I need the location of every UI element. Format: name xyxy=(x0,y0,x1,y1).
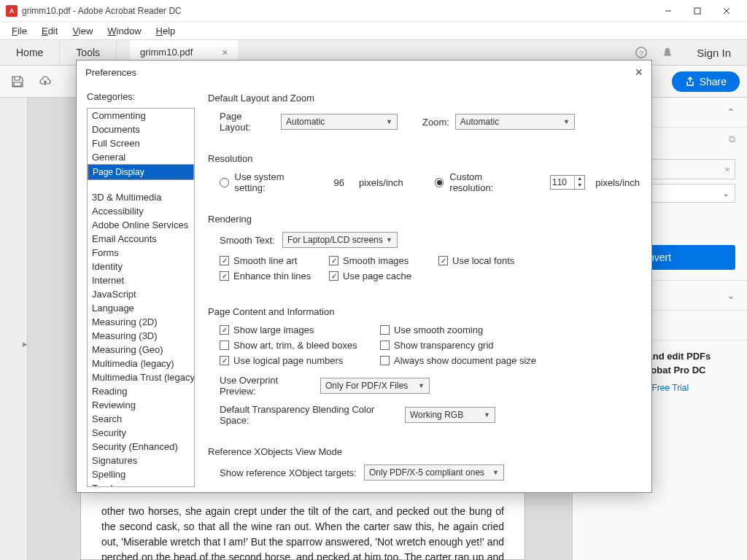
group-content-title: Page Content and Information xyxy=(208,306,640,317)
page-layout-label: Page Layout: xyxy=(220,111,275,133)
page-layout-select[interactable]: Automatic▼ xyxy=(281,114,398,130)
category-item[interactable]: JavaScript xyxy=(88,287,194,301)
use-local-fonts-checkbox[interactable]: ✓ xyxy=(438,256,448,265)
category-item[interactable]: Adobe Online Services xyxy=(88,218,194,232)
smooth-text-select[interactable]: For Laptop/LCD screens▼ xyxy=(282,232,398,248)
dialog-title: Preferences xyxy=(85,67,136,78)
menubar: File Edit View Window Help xyxy=(0,22,747,39)
chevron-down-icon: ▼ xyxy=(492,469,499,476)
chevron-down-icon: ▼ xyxy=(386,118,392,125)
blending-label: Default Transparency Blending Color Spac… xyxy=(220,404,399,426)
left-nav-gutter: ▸ xyxy=(0,98,28,560)
svg-rect-1 xyxy=(694,8,700,14)
dialog-close-button[interactable]: × xyxy=(635,65,643,80)
clear-icon[interactable]: × xyxy=(724,164,730,175)
share-icon xyxy=(685,77,695,87)
show-large-images-checkbox[interactable]: ✓ xyxy=(220,325,229,335)
group-rendering-title: Rendering xyxy=(208,214,640,225)
close-button[interactable] xyxy=(712,0,741,22)
smooth-zooming-checkbox[interactable] xyxy=(380,325,390,335)
zoom-label: Zoom: xyxy=(422,117,449,128)
custom-resolution-input[interactable]: 110▲▼ xyxy=(550,175,585,190)
category-item[interactable]: Reading xyxy=(88,384,194,398)
acrobat-logo-icon xyxy=(6,5,18,17)
preferences-content: Default Layout and Zoom Page Layout: Aut… xyxy=(205,84,651,492)
category-item[interactable]: Security xyxy=(88,426,194,440)
enhance-thin-lines-checkbox[interactable]: ✓ xyxy=(220,271,229,281)
categories-list[interactable]: CommentingDocumentsFull ScreenGeneralPag… xyxy=(87,108,195,487)
chevron-up-icon: ⌃ xyxy=(727,106,735,118)
bell-icon[interactable] xyxy=(654,40,681,65)
overprint-select[interactable]: Only For PDF/X Files▼ xyxy=(320,378,430,394)
show-page-size-checkbox[interactable] xyxy=(380,356,390,365)
menu-edit[interactable]: Edit xyxy=(36,24,63,38)
category-item[interactable]: Spelling xyxy=(88,467,194,481)
category-item[interactable]: Documents xyxy=(88,122,194,136)
tab-home[interactable]: Home xyxy=(0,40,60,65)
category-item[interactable]: Measuring (3D) xyxy=(88,329,194,343)
pages-icon[interactable]: ⧉ xyxy=(729,133,735,145)
tab-close-icon[interactable]: × xyxy=(222,47,228,58)
system-resolution-value: 96 xyxy=(317,177,345,188)
cloud-icon[interactable] xyxy=(35,71,55,92)
category-item[interactable]: Signatures xyxy=(88,454,194,467)
show-transparency-grid-checkbox[interactable] xyxy=(380,341,390,350)
category-item[interactable]: Identity xyxy=(88,260,194,273)
zoom-select[interactable]: Automatic▼ xyxy=(455,114,575,130)
category-item[interactable]: Accessibility xyxy=(88,204,194,218)
system-resolution-radio[interactable] xyxy=(220,178,229,187)
sign-in-link[interactable]: Sign In xyxy=(681,40,747,65)
page-text: other two horses, she again crept under … xyxy=(101,504,504,560)
custom-resolution-label: Custom resolution: xyxy=(449,171,525,193)
blending-select[interactable]: Working RGB▼ xyxy=(405,407,495,423)
category-item[interactable]: Multimedia (legacy) xyxy=(88,357,194,370)
chevron-down-icon: ⌄ xyxy=(727,289,735,301)
menu-view[interactable]: View xyxy=(66,24,98,38)
minimize-button[interactable] xyxy=(654,0,683,22)
menu-file[interactable]: File xyxy=(6,24,33,38)
menu-window[interactable]: Window xyxy=(101,24,147,38)
category-item[interactable]: Measuring (2D) xyxy=(88,315,194,329)
save-icon[interactable] xyxy=(7,71,28,92)
share-button[interactable]: Share xyxy=(672,71,740,92)
category-item[interactable]: Multimedia Trust (legacy) xyxy=(88,370,194,384)
category-item[interactable]: Measuring (Geo) xyxy=(88,343,194,357)
category-item[interactable]: Forms xyxy=(88,246,194,260)
use-page-cache-checkbox[interactable]: ✓ xyxy=(329,271,338,281)
category-item[interactable]: Security (Enhanced) xyxy=(88,440,194,454)
maximize-button[interactable] xyxy=(683,0,712,22)
group-xobjects-title: Reference XObjects View Mode xyxy=(208,446,640,457)
custom-resolution-radio[interactable] xyxy=(435,178,444,187)
show-bleed-boxes-checkbox[interactable] xyxy=(220,341,229,350)
chevron-down-icon: ⌄ xyxy=(723,190,729,198)
smooth-line-art-checkbox[interactable]: ✓ xyxy=(220,256,229,265)
menu-help[interactable]: Help xyxy=(150,24,182,38)
chevron-down-icon: ▼ xyxy=(563,118,570,125)
logical-page-numbers-checkbox[interactable]: ✓ xyxy=(220,356,229,365)
xobject-targets-label: Show reference XObject targets: xyxy=(220,467,358,478)
category-item[interactable]: Search xyxy=(88,412,194,426)
category-item[interactable]: Full Screen xyxy=(88,136,194,150)
smooth-text-label: Smooth Text: xyxy=(220,235,276,246)
category-item[interactable]: General xyxy=(88,150,194,164)
xobject-targets-select[interactable]: Only PDF/X-5 compliant ones▼ xyxy=(364,464,504,481)
smooth-images-checkbox[interactable]: ✓ xyxy=(329,256,338,265)
share-label: Share xyxy=(700,76,727,88)
category-item[interactable]: Tracker xyxy=(88,481,194,487)
system-resolution-label: Use system setting: xyxy=(235,171,311,193)
categories-label: Categories: xyxy=(87,91,195,102)
chevron-down-icon: ▼ xyxy=(484,411,490,419)
category-item[interactable]: Commenting xyxy=(88,109,194,122)
expand-nav-icon[interactable]: ▸ xyxy=(23,338,28,349)
tab-document-label: grimm10.pdf xyxy=(140,47,193,58)
chevron-down-icon: ▼ xyxy=(418,382,425,389)
category-item[interactable]: Internet xyxy=(88,273,194,287)
category-item[interactable]: 3D & Multimedia xyxy=(88,190,194,204)
category-item[interactable]: Email Accounts xyxy=(88,232,194,246)
category-item[interactable]: Reviewing xyxy=(88,398,194,412)
system-resolution-unit: pixels/inch xyxy=(359,177,403,188)
category-item[interactable]: Language xyxy=(88,301,194,315)
category-item[interactable]: Page Display xyxy=(88,164,194,180)
svg-text:?: ? xyxy=(640,49,644,57)
chevron-down-icon: ▼ xyxy=(386,236,392,244)
